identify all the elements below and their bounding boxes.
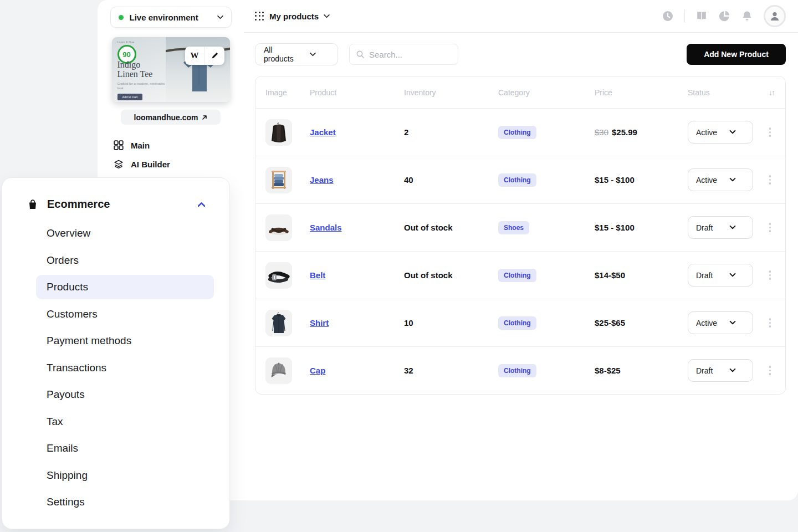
ecommerce-menu-item[interactable]: Orders [36,248,214,273]
category-badge: Clothing [498,316,536,330]
status-value: Active [696,176,720,185]
column-header-image: Image [255,88,310,97]
ecommerce-panel-title: Ecommerce [47,198,110,211]
inventory-value: 10 [404,318,413,328]
table-row: Belt Out of stock Clothing $14-$50 Draft [255,251,785,299]
row-menu-button[interactable] [767,221,774,234]
main-area: My products [244,0,798,500]
chevron-down-icon [720,273,745,277]
category-cell: Clothing [498,173,595,187]
site-preview-subtitle: Crafted for a modern, minimalist look. [117,81,168,90]
wordmark-w-icon: W [191,51,199,60]
ecommerce-panel: Ecommerce Overview Orders Products Custo… [2,177,230,529]
add-new-product-button[interactable]: Add New Product [687,44,786,65]
price-value: $15 - $100 [595,223,635,232]
ecommerce-menu-item[interactable]: Tax [36,410,214,434]
ecommerce-menu-item-label: Transactions [47,362,106,374]
chevron-down-icon [324,14,330,18]
bell-icon[interactable] [741,10,753,22]
ecommerce-panel-header[interactable]: Ecommerce [2,198,229,211]
row-menu-button[interactable] [767,268,774,282]
product-link[interactable]: Shirt [310,318,329,328]
environment-label: Live environment [130,13,217,22]
inventory-cell: 40 [404,175,498,185]
ecommerce-menu-item[interactable]: Products [36,275,214,299]
sidebar-item-main[interactable]: Main [114,136,244,155]
product-link[interactable]: Jacket [310,127,336,137]
product-link[interactable]: Jeans [310,175,334,185]
environment-selector[interactable]: Live environment [110,7,232,28]
products-content: All products Add New Product Image Produ… [244,33,798,500]
product-link[interactable]: Belt [310,270,325,280]
ecommerce-menu-item[interactable]: Emails [36,436,214,461]
ecommerce-menu-item[interactable]: Transactions [36,356,214,380]
status-select[interactable]: Active [688,168,753,191]
status-cell: Draft [688,216,785,239]
site-preview-copy: Loom & Hue 90 Indigo Linen Tee Crafted f… [117,40,168,100]
avatar-icon[interactable] [764,5,786,27]
live-status-dot [119,15,124,20]
column-header-status: Status ↓↑ [688,88,785,97]
wordmark-button[interactable]: W [185,47,204,65]
sidebar-nav: Main AI Builder [98,136,244,173]
site-preview-title: Indigo Linen Tee [117,60,168,79]
row-menu-button[interactable] [767,173,774,187]
pie-chart-icon[interactable] [718,10,730,22]
workspace-label: My products [269,12,319,21]
row-menu-button[interactable] [767,125,774,139]
ecommerce-menu-item[interactable]: Overview [36,221,214,245]
header-divider [684,9,685,23]
status-select[interactable]: Draft [688,216,753,239]
product-link[interactable]: Sandals [310,223,342,232]
price-value: $25.99 [612,127,637,137]
ecommerce-menu: Overview Orders Products Customers Payme… [2,221,229,514]
main-header: My products [244,0,798,33]
category-cell: Clothing [498,126,595,139]
ecommerce-menu-item[interactable]: Payment methods [36,329,214,353]
search-box [349,44,458,65]
edit-site-button[interactable] [204,47,224,65]
status-select[interactable]: Draft [688,264,753,287]
product-image-cell [255,357,310,384]
search-icon [356,50,364,58]
workspace-switcher[interactable]: My products [255,12,330,21]
inventory-value: Out of stock [404,270,453,280]
row-menu-button[interactable] [767,364,774,377]
products-table: Image Product Inventory Category Price S… [255,76,786,395]
status-select[interactable]: Draft [688,359,753,382]
product-filter-select[interactable]: All products [255,43,338,65]
ecommerce-menu-item[interactable]: Customers [36,302,214,326]
row-menu-button[interactable] [767,316,774,330]
filter-row: All products Add New Product [255,43,786,65]
status-cell: Draft [688,359,785,382]
arrow-up-right-icon [202,115,207,120]
inventory-cell: Out of stock [404,223,498,233]
ecommerce-menu-item[interactable]: Payouts [36,382,214,407]
ecommerce-menu-item[interactable]: Settings [36,490,214,514]
sidebar-item-ai-builder[interactable]: AI Builder [114,155,244,173]
clock-icon[interactable] [662,10,674,22]
status-select[interactable]: Active [688,121,753,144]
ecommerce-menu-item-label: Payouts [47,388,85,401]
status-value: Draft [696,223,720,232]
chevron-up-icon[interactable] [198,202,205,207]
ecommerce-menu-item[interactable]: Shipping [36,463,214,488]
column-header-category: Category [498,88,595,97]
pencil-icon [211,52,218,59]
sidebar-item-label: AI Builder [131,160,170,169]
product-link[interactable]: Cap [310,366,325,375]
table-row: Jeans 40 Clothing $15 - $100 Active [255,156,785,203]
category-cell: Clothing [498,316,595,330]
book-icon[interactable] [695,10,708,22]
product-cell: Cap [310,366,404,376]
search-input[interactable] [369,50,451,59]
site-domain-link[interactable]: loomandhue.com [121,110,221,125]
product-thumbnail [265,214,292,241]
add-to-cart-button[interactable]: Add to Cart [117,94,143,100]
site-preview-card[interactable]: Loom & Hue 90 Indigo Linen Tee Crafted f… [112,37,230,102]
status-select[interactable]: Active [688,311,753,334]
price-cell: $30$25.99 [595,127,688,137]
inventory-value: Out of stock [404,223,453,232]
sort-icon[interactable]: ↓↑ [769,88,774,97]
chevron-down-icon [720,321,745,325]
